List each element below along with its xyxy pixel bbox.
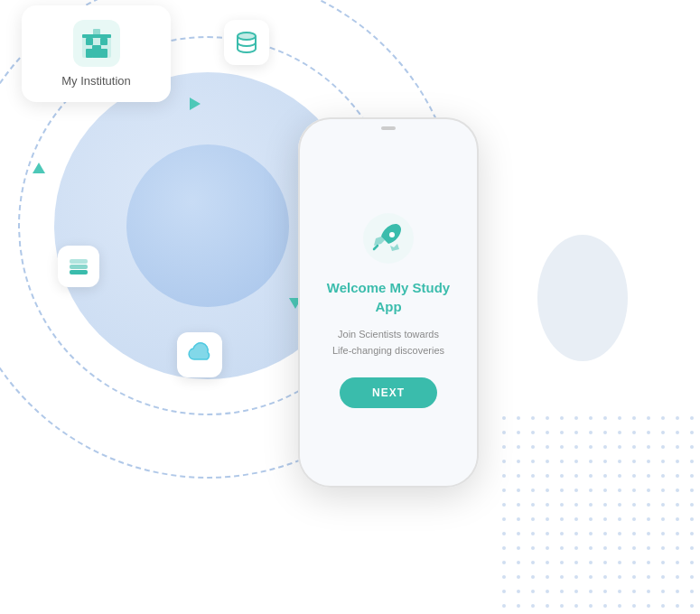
rocket-icon — [361, 211, 415, 265]
building-icon — [80, 27, 113, 60]
phone-screen: Welcome My Study App Join Scientists tow… — [298, 130, 479, 488]
phone-title: Welcome My Study App — [313, 278, 464, 316]
svg-rect-14 — [70, 270, 88, 274]
phone-mockup: Welcome My Study App Join Scientists tow… — [298, 117, 479, 488]
svg-rect-3 — [86, 38, 93, 45]
float-card-database-top[interactable] — [224, 20, 269, 65]
cloud-icon — [186, 341, 213, 368]
institution-card[interactable]: My Institution — [22, 5, 171, 102]
svg-rect-6 — [100, 49, 107, 58]
dot-grid — [501, 415, 700, 614]
institution-icon-wrapper — [73, 20, 120, 67]
float-card-cloud[interactable] — [177, 332, 222, 377]
institution-label: My Institution — [61, 74, 131, 88]
svg-rect-4 — [100, 38, 107, 45]
phone-subtitle-line1: Join Scientists towards — [338, 329, 439, 340]
svg-rect-1 — [501, 415, 700, 614]
phone-subtitle: Join Scientists towards Life-changing di… — [332, 327, 444, 358]
bg-blob-right — [537, 235, 628, 361]
stack-icon — [67, 255, 90, 278]
database-top-icon — [234, 30, 259, 55]
svg-rect-9 — [93, 29, 100, 36]
svg-rect-5 — [86, 49, 93, 58]
arrow-up-1 — [33, 163, 45, 173]
svg-point-16 — [389, 232, 395, 237]
scene: My Institution — [0, 0, 700, 614]
svg-rect-12 — [70, 259, 88, 264]
svg-rect-13 — [70, 265, 88, 269]
float-card-stack[interactable] — [58, 246, 99, 287]
phone-subtitle-line2: Life-changing discoveries — [332, 345, 444, 356]
bg-circle-inner — [126, 144, 289, 307]
rocket-icon-wrapper — [359, 209, 417, 267]
next-button[interactable]: NEXT — [340, 377, 437, 408]
arrow-right-1 — [190, 98, 201, 110]
svg-rect-7 — [92, 45, 101, 58]
